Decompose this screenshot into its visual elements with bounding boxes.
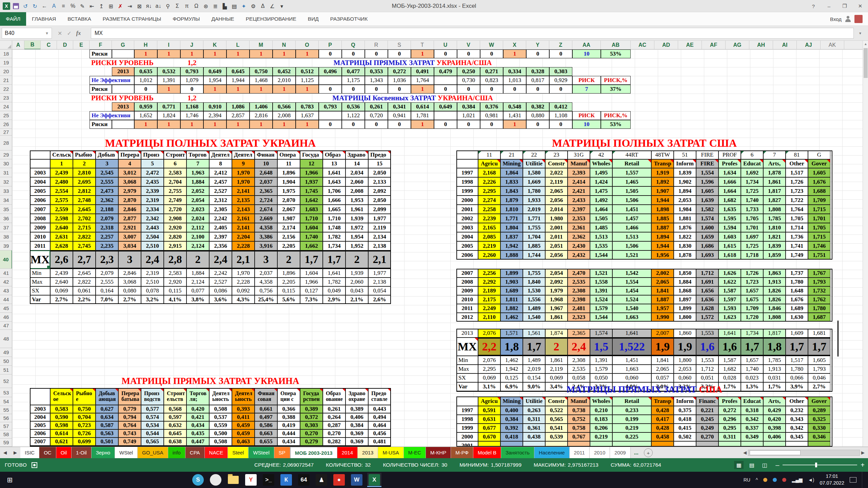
- cell[interactable]: [612, 441, 651, 447]
- usa-value[interactable]: 1,861: [763, 177, 786, 186]
- clock[interactable]: 17:01 07.07.2022: [820, 473, 844, 486]
- usa-stat-value[interactable]: 1,553: [696, 356, 718, 365]
- usa-year[interactable]: 2002: [456, 214, 478, 223]
- ua-value[interactable]: 1,939: [346, 214, 368, 223]
- usa-mx-value[interactable]: 1,6: [696, 338, 718, 356]
- ua-mx-value[interactable]: 2: [346, 250, 368, 269]
- ua-direct-value[interactable]: 0,559: [209, 421, 232, 429]
- column-header-AJ[interactable]: AJ: [797, 41, 821, 49]
- ua-stat-label[interactable]: SX: [30, 286, 50, 295]
- ua-value[interactable]: 1,884: [186, 177, 209, 186]
- ua-value[interactable]: 2,112: [186, 223, 209, 232]
- usa-value[interactable]: 1,675: [741, 295, 763, 304]
- ineffective-value[interactable]: 0,817: [526, 76, 549, 85]
- usa-value[interactable]: 2,226: [478, 177, 500, 186]
- ua-stat-value[interactable]: 0,049: [323, 286, 346, 295]
- usa-value[interactable]: 1,884: [674, 278, 696, 286]
- ua-value[interactable]: 1,641: [323, 168, 346, 177]
- ua-direct-value[interactable]: 0,369: [346, 429, 368, 438]
- usa-year[interactable]: 2007: [456, 269, 478, 278]
- usa-value[interactable]: 1,517: [786, 168, 808, 177]
- usa-value[interactable]: 1,874: [545, 329, 568, 338]
- ua-value[interactable]: 1,972: [346, 223, 368, 232]
- minimize-button[interactable]: –: [821, 0, 837, 12]
- ua-value[interactable]: 2,645: [73, 205, 96, 214]
- ua-stat-value[interactable]: 4,358: [255, 278, 277, 286]
- network-icon[interactable]: ▂▄▆: [792, 477, 802, 483]
- sheet-tab-NACE[interactable]: NACE: [205, 447, 228, 458]
- usa-col-code[interactable]: 44RT: [612, 150, 651, 159]
- ua-direct-value[interactable]: 0,270: [323, 429, 346, 438]
- risk-value[interactable]: 0,532: [157, 67, 180, 76]
- cell[interactable]: [568, 441, 590, 447]
- risk-flag[interactable]: 0: [342, 49, 365, 58]
- usa-stat-label[interactable]: Max: [456, 365, 478, 373]
- ua-stat-value[interactable]: 1,970: [232, 269, 255, 278]
- usa-direct-value[interactable]: 0,458: [651, 432, 674, 441]
- usa-value[interactable]: 1,736: [786, 232, 808, 241]
- ua-value[interactable]: 1,782: [323, 232, 346, 241]
- sheet-tab-2009[interactable]: 2009: [610, 447, 630, 458]
- ua-stat-value[interactable]: 2,645: [73, 269, 96, 278]
- risk-value[interactable]: 0,635: [134, 67, 157, 76]
- vertical-scrollbar[interactable]: ▲: [863, 41, 868, 447]
- ineffective-value[interactable]: 1,013: [503, 76, 526, 85]
- usa-value[interactable]: 1,462: [500, 313, 523, 322]
- risk-value[interactable]: 0,353: [365, 67, 388, 76]
- usa-value[interactable]: 1,720: [741, 313, 763, 322]
- ua-direct-value[interactable]: 0,282: [323, 438, 346, 446]
- ua-value[interactable]: 2,235: [96, 241, 118, 250]
- usa-value[interactable]: 1,492: [590, 196, 612, 205]
- usa-value[interactable]: 1,554: [696, 168, 718, 177]
- ua-direct-value[interactable]: 0,447: [186, 438, 209, 446]
- insert-function-icon[interactable]: fx: [76, 30, 81, 36]
- ua-value[interactable]: 2,205: [277, 241, 300, 250]
- usa-stat-value[interactable]: 0,069: [478, 373, 500, 382]
- usa-value[interactable]: 1,885: [523, 241, 545, 250]
- risk-flag[interactable]: 0: [480, 49, 503, 58]
- usa-value[interactable]: 2,308: [568, 286, 590, 295]
- usa-value[interactable]: 1,968: [545, 295, 568, 304]
- usa-direct-value[interactable]: 0,418: [674, 415, 696, 424]
- usa-direct-value[interactable]: 0,767: [568, 432, 590, 441]
- ua-value[interactable]: 1,666: [323, 196, 346, 205]
- usa-value[interactable]: 1,505: [590, 214, 612, 223]
- ua-direct-value[interactable]: 0,459: [232, 429, 255, 438]
- taskbar-app-app-red[interactable]: ●: [332, 473, 346, 487]
- usa-value[interactable]: 1,843: [500, 186, 523, 196]
- taskbar-app-excel[interactable]: X: [367, 473, 381, 487]
- usa-value[interactable]: 1,907: [651, 186, 674, 196]
- ua-direct-value[interactable]: 0,434: [186, 421, 209, 429]
- ua-value[interactable]: 3,068: [118, 177, 141, 186]
- column-header-T[interactable]: T: [411, 41, 434, 49]
- taskbar-app-browser[interactable]: [209, 473, 223, 487]
- ua-value[interactable]: 1,706: [323, 186, 346, 196]
- ua-value[interactable]: 2,092: [368, 186, 391, 196]
- ua-direct-value[interactable]: 0,264: [323, 413, 346, 421]
- usa-value[interactable]: 2,249: [478, 304, 500, 313]
- usa-mx-label[interactable]: MX: [456, 338, 478, 356]
- usa-value[interactable]: 1,944: [651, 196, 674, 205]
- ineffective-value[interactable]: 1,764: [411, 76, 434, 85]
- ua-direct-col-header[interactable]: Деятельность: [209, 388, 232, 405]
- usa-direct-col-header[interactable]: Inform: [674, 396, 696, 406]
- ua-value[interactable]: 2,067: [277, 205, 300, 214]
- usa-mx-value[interactable]: 1,8: [763, 338, 786, 356]
- ua-direct-value[interactable]: 0,764: [118, 421, 141, 429]
- usa-direct-col-header[interactable]: Manuf: [568, 396, 590, 406]
- usa-direct-value[interactable]: 0,225: [612, 432, 651, 441]
- qat-orientation[interactable]: ↥: [97, 2, 106, 11]
- usa-value[interactable]: 1,804: [500, 223, 523, 232]
- usa-value[interactable]: 1,485: [590, 223, 612, 232]
- risk-flag[interactable]: 1: [203, 85, 226, 94]
- risk-value[interactable]: 0,512: [296, 67, 319, 76]
- risk-flag[interactable]: 1: [226, 49, 250, 58]
- ua-direct-col-header[interactable]: Здравоохране: [346, 388, 368, 405]
- qat-customize-more[interactable]: ∠: [268, 2, 277, 11]
- sheet-tab-M-USA[interactable]: M-USA: [378, 447, 403, 458]
- ua-value[interactable]: 1,604: [300, 223, 323, 232]
- ineffective-label[interactable]: Не Эффективн: [90, 76, 134, 85]
- ua-direct-value[interactable]: 0,586: [255, 421, 277, 429]
- ua-value[interactable]: 2,156: [277, 232, 300, 241]
- cell[interactable]: [112, 85, 134, 94]
